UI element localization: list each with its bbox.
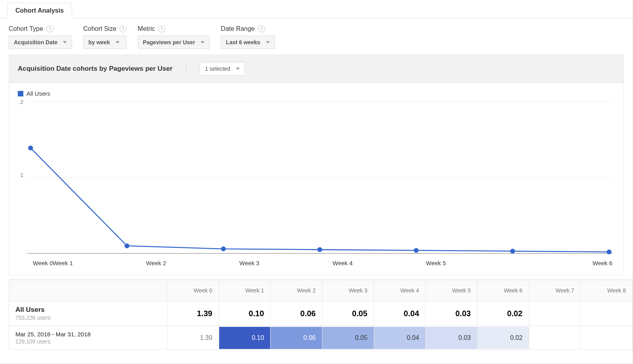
control-metric: Metric ? Pageviews per User <box>138 25 210 49</box>
svg-point-7 <box>318 247 322 252</box>
table-cell <box>581 326 633 350</box>
svg-point-9 <box>510 249 515 253</box>
control-label: Cohort Type <box>9 25 43 32</box>
dropdown-value: Last 6 weeks <box>226 39 260 45</box>
x-tick: Week 2 <box>146 260 239 266</box>
column-header[interactable]: Week 2 <box>271 280 322 301</box>
table-corner <box>9 280 167 301</box>
dropdown-cohort-type[interactable]: Acquisition Date <box>9 36 72 49</box>
control-date-range: Date Range ? Last 6 weeks <box>221 25 275 49</box>
legend-swatch <box>18 91 23 96</box>
dropdown-value: Pageviews per User <box>143 39 195 45</box>
dropdown-series-selector[interactable]: 1 selected <box>200 62 245 75</box>
table-cell: 0.04 <box>374 301 426 326</box>
table-cell <box>529 301 581 326</box>
table-cell: 0.05 <box>322 326 374 350</box>
chevron-down-icon <box>201 41 205 43</box>
svg-point-10 <box>607 249 612 254</box>
tab-label: Cohort Analysis <box>15 7 64 14</box>
tab-bar: Cohort Analysis <box>0 0 633 18</box>
x-tick: Week 6 <box>519 260 612 266</box>
table-cell: 0.06 <box>271 326 322 350</box>
y-tick <box>20 244 23 251</box>
panel-title: Acquisition Date cohorts by Pageviews pe… <box>18 65 172 73</box>
chevron-down-icon <box>236 68 240 70</box>
control-label: Metric <box>138 25 155 32</box>
control-cohort-type: Cohort Type ? Acquisition Date <box>9 25 72 49</box>
tab-cohort-analysis[interactable]: Cohort Analysis <box>7 3 72 18</box>
x-tick: Week 5 <box>426 260 519 266</box>
y-tick: 2 <box>20 98 23 105</box>
table-cell: 0.02 <box>477 301 529 326</box>
table-cell <box>529 326 581 350</box>
table-row: Mar 25, 2018 - Mar 31, 2018129,109 users… <box>9 326 633 350</box>
chevron-down-icon <box>266 41 270 43</box>
chevron-down-icon <box>63 41 67 43</box>
control-cohort-size: Cohort Size ? by week <box>83 25 127 49</box>
table-cell: 0.04 <box>374 326 426 350</box>
svg-point-5 <box>125 243 129 248</box>
x-tick: Week 4 <box>333 260 426 266</box>
table-row: All Users755,226 users1.390.100.060.050.… <box>9 301 633 326</box>
table-cell: 0.06 <box>271 301 322 326</box>
controls-row: Cohort Type ? Acquisition Date Cohort Si… <box>0 18 633 55</box>
legend-label: All Users <box>27 90 50 97</box>
control-label: Cohort Size <box>83 25 116 32</box>
row-header[interactable]: Mar 25, 2018 - Mar 31, 2018129,109 users <box>9 326 167 350</box>
control-label: Date Range <box>221 25 254 32</box>
column-header[interactable]: Week 8 <box>581 280 633 301</box>
help-icon[interactable]: ? <box>158 25 165 32</box>
row-header[interactable]: All Users755,226 users <box>9 301 167 326</box>
chart-area: 2 1 Week 0Week 1Week 2Week 3Week 4Week 5… <box>9 98 624 275</box>
panel-header: Acquisition Date cohorts by Pageviews pe… <box>9 55 624 83</box>
dropdown-value: Acquisition Date <box>14 39 57 45</box>
chevron-down-icon <box>116 41 119 43</box>
x-tick: Week 0 <box>33 260 53 266</box>
help-icon[interactable]: ? <box>46 25 53 32</box>
column-header[interactable]: Week 1 <box>219 280 271 301</box>
help-icon[interactable]: ? <box>258 25 265 32</box>
column-header[interactable]: Week 5 <box>426 280 478 301</box>
column-header[interactable]: Week 4 <box>374 280 426 301</box>
dropdown-date-range[interactable]: Last 6 weeks <box>221 36 275 49</box>
column-header[interactable]: Week 6 <box>477 280 529 301</box>
table-cell: 1.39 <box>167 301 219 326</box>
column-header[interactable]: Week 7 <box>529 280 581 301</box>
dropdown-value: by week <box>88 39 110 45</box>
y-tick: 1 <box>20 172 23 178</box>
table-cell: 0.03 <box>426 301 478 326</box>
table-cell: 0.10 <box>219 326 271 350</box>
divider <box>186 63 186 74</box>
line-chart[interactable] <box>27 98 612 256</box>
table-cell: 1.39 <box>167 326 219 350</box>
x-tick: Week 1 <box>53 260 146 266</box>
x-axis-labels: Week 0Week 1Week 2Week 3Week 4Week 5Week… <box>33 260 612 266</box>
table-cell: 0.02 <box>477 326 529 350</box>
svg-point-4 <box>28 145 33 150</box>
svg-point-8 <box>414 248 419 253</box>
dropdown-metric[interactable]: Pageviews per User <box>138 36 210 49</box>
cohort-table: Week 0Week 1Week 2Week 3Week 4Week 5Week… <box>9 279 633 350</box>
table-cell: 0.05 <box>322 301 374 326</box>
table-cell: 0.10 <box>219 301 271 326</box>
dropdown-value: 1 selected <box>205 66 230 72</box>
table-cell: 0.03 <box>426 326 478 350</box>
chart-legend: All Users <box>9 83 624 98</box>
x-tick: Week 3 <box>239 260 333 266</box>
dropdown-cohort-size[interactable]: by week <box>83 36 127 49</box>
column-header[interactable]: Week 3 <box>322 280 374 301</box>
y-axis-labels: 2 1 <box>20 98 27 251</box>
table-cell <box>581 301 633 326</box>
svg-point-6 <box>221 247 226 251</box>
help-icon[interactable]: ? <box>119 25 127 32</box>
column-header[interactable]: Week 0 <box>167 280 219 301</box>
chart-panel: Acquisition Date cohorts by Pageviews pe… <box>9 55 624 275</box>
